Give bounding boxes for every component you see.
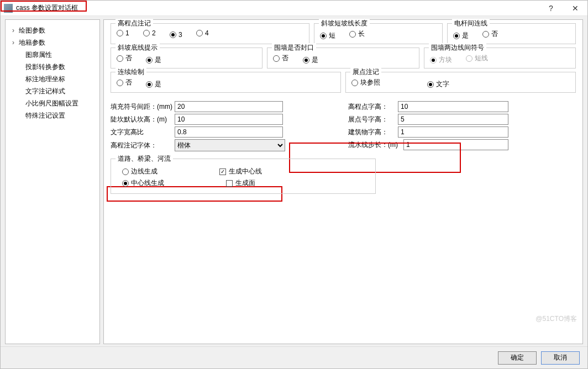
radio-road-edge[interactable]: 边线生成: [122, 167, 158, 176]
radio-elev-3[interactable]: 3: [170, 31, 182, 39]
close-button[interactable]: ✕: [563, 1, 587, 16]
group-pole-conn: 电杆间连线 是 否: [447, 23, 576, 44]
radio-exp-text[interactable]: 文字: [427, 80, 449, 89]
radio-slope-long[interactable]: 长: [349, 29, 365, 39]
footer: 确定 取消: [1, 346, 587, 368]
label-char-wh: 文字宽高比: [111, 128, 175, 137]
select-elev-font[interactable]: 楷体: [175, 139, 285, 151]
radio-slope-short[interactable]: 短: [320, 31, 335, 40]
radio-cont-no[interactable]: 否: [117, 78, 132, 87]
tree-item-geo-coord[interactable]: 标注地理坐标: [10, 73, 95, 85]
tree-item-projection[interactable]: 投影转换参数: [10, 61, 95, 73]
cancel-button[interactable]: 取消: [541, 351, 580, 365]
check-gen-center[interactable]: ✓生成中心线: [219, 167, 262, 176]
group-roads: 道路、桥梁、河流 边线生成 ✓生成中心线 中心线生成 生成面: [111, 159, 376, 194]
label-elev-ch: 高程点字高：: [348, 102, 398, 112]
tree-item-drawing[interactable]: ›绘图参数: [10, 24, 95, 36]
group-cont-draw: 连续绘制 否 是: [111, 72, 341, 93]
tree-item-frame-attr[interactable]: 图廓属性: [10, 49, 95, 61]
group-exp-anno: 展点注记 块参照 文字: [345, 72, 576, 93]
titlebar: cass 参数设置对话框 ? ✕: [1, 1, 587, 16]
radio-wsym-line: 短线: [466, 54, 488, 63]
radio-pole-no[interactable]: 否: [482, 29, 498, 39]
radio-pole-yes[interactable]: 是: [453, 31, 469, 40]
label-elev-font: 高程注记字体：: [111, 141, 175, 150]
radio-elev-1[interactable]: 1: [117, 29, 129, 37]
radio-elev-4[interactable]: 4: [196, 29, 209, 37]
sidebar: ›绘图参数 ›地籍参数 图廓属性 投影转换参数 标注地理坐标 文字注记样式 小比…: [5, 19, 100, 344]
input-kan-h[interactable]: [175, 114, 283, 125]
group-slope-bottom: 斜坡底线提示 否 是: [111, 48, 262, 68]
input-elev-ch[interactable]: [398, 101, 508, 112]
group-wall-seal: 围墙是否封口 否 是: [267, 48, 419, 68]
group-elev-anno: 高程点注记 1 2 3 4: [111, 23, 309, 44]
input-pt-ch[interactable]: [398, 114, 508, 125]
radio-road-center[interactable]: 中心线生成: [122, 178, 164, 188]
input-flow-step[interactable]: [403, 139, 508, 150]
watermark: @51CTO博客: [536, 314, 577, 324]
label-bld-ch: 建筑物字高：: [348, 128, 398, 137]
input-fill-gap[interactable]: [175, 101, 283, 112]
label-pt-ch: 展点号字高：: [348, 115, 398, 124]
radio-wall-no[interactable]: 否: [273, 54, 288, 63]
radio-exp-block[interactable]: 块参照: [351, 78, 380, 87]
window-title: cass 参数设置对话框: [16, 3, 78, 13]
tree-item-text-style[interactable]: 文字注记样式: [10, 85, 95, 97]
app-icon: [4, 4, 13, 13]
ok-button[interactable]: 确定: [498, 351, 537, 365]
radio-cont-yes[interactable]: 是: [146, 80, 161, 89]
radio-wsym-block: 方块: [430, 55, 452, 65]
radio-elev-2[interactable]: 2: [143, 29, 156, 37]
tree-item-special-anno[interactable]: 特殊注记设置: [10, 109, 95, 122]
main-panel: 高程点注记 1 2 3 4 斜坡短坡线长度 短 长 电杆间连线 是 否: [103, 19, 583, 344]
group-wall-symbol: 围墙两边线间符号 方块 短线: [424, 48, 576, 68]
check-gen-face[interactable]: 生成面: [226, 178, 255, 188]
label-fill-gap: 填充符号间距：(mm): [111, 102, 175, 112]
input-bld-ch[interactable]: [398, 126, 508, 138]
radio-slopeb-no[interactable]: 否: [117, 54, 132, 63]
label-kan-h: 陡坎默认坎高：(m): [111, 115, 175, 124]
group-slope-len: 斜坡短坡线长度 短 长: [314, 23, 443, 44]
tree-item-small-scale[interactable]: 小比例尺图幅设置: [10, 97, 95, 109]
tree-item-cadastral[interactable]: ›地籍参数: [10, 36, 95, 49]
help-button[interactable]: ?: [539, 1, 563, 16]
radio-slopeb-yes[interactable]: 是: [146, 55, 161, 65]
radio-wall-yes[interactable]: 是: [303, 55, 318, 65]
label-flow-step: 流水线步长：(m): [348, 140, 403, 150]
input-char-wh[interactable]: [175, 126, 283, 138]
